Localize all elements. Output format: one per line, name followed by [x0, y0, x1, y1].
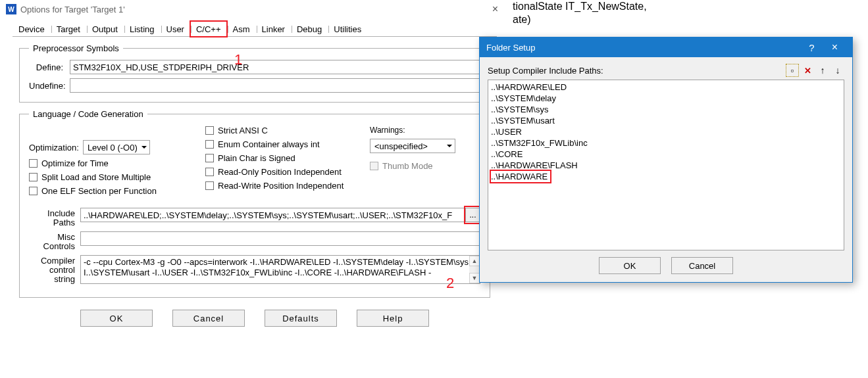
- folder-ok-button[interactable]: OK: [599, 257, 661, 274]
- warnings-select[interactable]: <unspecified>: [370, 139, 455, 153]
- window-title: Options for Target 'Target 1': [20, 5, 125, 14]
- close-icon[interactable]: ×: [487, 3, 503, 15]
- read-write-checkbox[interactable]: [205, 181, 214, 190]
- tab-debug[interactable]: Debug: [291, 21, 328, 37]
- optimize-time-label: Optimize for Time: [41, 158, 109, 168]
- list-item[interactable]: ..\HARDWARE\FLASH: [491, 160, 841, 171]
- tab-linker[interactable]: Linker: [256, 21, 291, 37]
- move-up-icon[interactable]: ↑: [816, 64, 829, 77]
- optimization-label: Optimization:: [29, 143, 79, 153]
- list-item[interactable]: ..\CORE: [491, 149, 841, 160]
- list-item[interactable]: ..\HARDWARE\LED: [491, 82, 841, 93]
- folder-toolbar-label: Setup Compiler Include Paths:: [488, 66, 603, 76]
- read-write-label: Read-Write Position Independent: [218, 181, 344, 191]
- folder-cancel-button[interactable]: Cancel: [671, 257, 733, 274]
- folder-setup-dialog: Folder Setup ? × Setup Compiler Include …: [479, 37, 853, 283]
- misc-controls-label: Misc Controls: [29, 231, 80, 251]
- plain-char-label: Plain Char is Signed: [218, 153, 295, 163]
- optimize-time-checkbox[interactable]: [29, 159, 38, 168]
- thumb-mode-label: Thumb Mode: [382, 161, 433, 171]
- folder-list[interactable]: ..\HARDWARE\LED ..\SYSTEM\delay ..\SYSTE…: [488, 80, 844, 250]
- background-code: tionalState IT_Tx_NewState, ate): [513, 0, 647, 26]
- tab-output[interactable]: Output: [86, 21, 124, 37]
- list-item[interactable]: ..\USER: [491, 126, 841, 137]
- enum-container-label: Enum Container always int: [218, 139, 320, 149]
- new-item-icon[interactable]: ▫: [786, 64, 799, 77]
- optimization-select[interactable]: Level 0 (-O0): [83, 140, 150, 154]
- one-elf-label: One ELF Section per Function: [41, 186, 157, 196]
- read-only-checkbox[interactable]: [205, 168, 214, 176]
- tab-listing[interactable]: Listing: [124, 21, 161, 37]
- tab-cpp[interactable]: C/C++: [190, 21, 227, 37]
- scroll-up-icon[interactable]: ▲: [469, 256, 480, 266]
- tab-utilities[interactable]: Utilities: [328, 21, 367, 37]
- options-titlebar: W Options for Target 'Target 1' ×: [2, 0, 507, 18]
- thumb-mode-checkbox: [370, 162, 378, 170]
- preprocessor-legend: Preprocessor Symbols: [29, 43, 123, 53]
- list-item[interactable]: ..\HARDWARE: [491, 171, 550, 182]
- list-item[interactable]: ..\STM32F10x_FWLib\inc: [491, 137, 841, 149]
- warnings-label: Warnings:: [370, 126, 475, 135]
- undefine-label: Undefine:: [29, 81, 70, 91]
- tab-asm[interactable]: Asm: [227, 21, 256, 37]
- misc-controls-input[interactable]: [80, 231, 480, 246]
- enum-container-checkbox[interactable]: [205, 140, 214, 149]
- ok-button[interactable]: OK: [80, 310, 153, 327]
- scroll-down-icon[interactable]: ▼: [469, 273, 480, 283]
- one-elf-checkbox[interactable]: [29, 187, 38, 195]
- compiler-string-label: Compiler control string: [29, 255, 80, 284]
- strict-ansi-label: Strict ANSI C: [218, 126, 268, 135]
- plain-char-checkbox[interactable]: [205, 154, 214, 162]
- app-icon: W: [6, 4, 16, 14]
- tab-user[interactable]: User: [161, 21, 190, 37]
- language-group: Language / Code Generation Optimization:…: [19, 109, 490, 298]
- split-load-label: Split Load and Store Multiple: [41, 172, 151, 182]
- preprocessor-group: Preprocessor Symbols Define: STM32F10X_H…: [19, 43, 490, 103]
- include-paths-browse-button[interactable]: ...: [466, 208, 480, 222]
- tabs-bar: Device Target Output Listing User C/C++ …: [2, 18, 507, 37]
- folder-title: Folder Setup: [486, 43, 535, 53]
- include-paths-label: Include Paths: [29, 208, 80, 227]
- tab-target[interactable]: Target: [51, 21, 86, 37]
- delete-item-icon[interactable]: ✕: [801, 64, 814, 77]
- list-item[interactable]: ..\SYSTEM\usart: [491, 115, 841, 126]
- define-label: Define:: [29, 62, 70, 72]
- help-button[interactable]: Help: [357, 310, 429, 327]
- list-item[interactable]: ..\SYSTEM\delay: [491, 93, 841, 104]
- split-load-checkbox[interactable]: [29, 173, 38, 181]
- read-only-label: Read-Only Position Independent: [218, 167, 342, 177]
- defaults-button[interactable]: Defaults: [265, 310, 337, 327]
- compiler-string-display: -c --cpu Cortex-M3 -g -O0 --apcs=interwo…: [80, 255, 480, 284]
- folder-close-icon[interactable]: ×: [824, 41, 846, 53]
- cancel-button[interactable]: Cancel: [172, 310, 245, 327]
- strict-ansi-checkbox[interactable]: [205, 126, 214, 135]
- define-input[interactable]: STM32F10X_HD,USE_STDPERIPH_DRIVER: [70, 60, 480, 74]
- include-paths-input[interactable]: ..\HARDWARE\LED;..\SYSTEM\delay;..\SYSTE…: [80, 208, 466, 222]
- language-legend: Language / Code Generation: [29, 109, 147, 119]
- folder-titlebar: Folder Setup ? ×: [480, 37, 852, 57]
- list-item[interactable]: ..\SYSTEM\sys: [491, 104, 841, 115]
- options-dialog: W Options for Target 'Target 1' × Device…: [2, 0, 507, 378]
- move-down-icon[interactable]: ↓: [831, 64, 844, 77]
- tab-device[interactable]: Device: [13, 21, 51, 37]
- undefine-input[interactable]: [70, 78, 480, 93]
- scrollbar[interactable]: ▲ ▼: [469, 256, 480, 283]
- help-icon[interactable]: ?: [800, 42, 823, 53]
